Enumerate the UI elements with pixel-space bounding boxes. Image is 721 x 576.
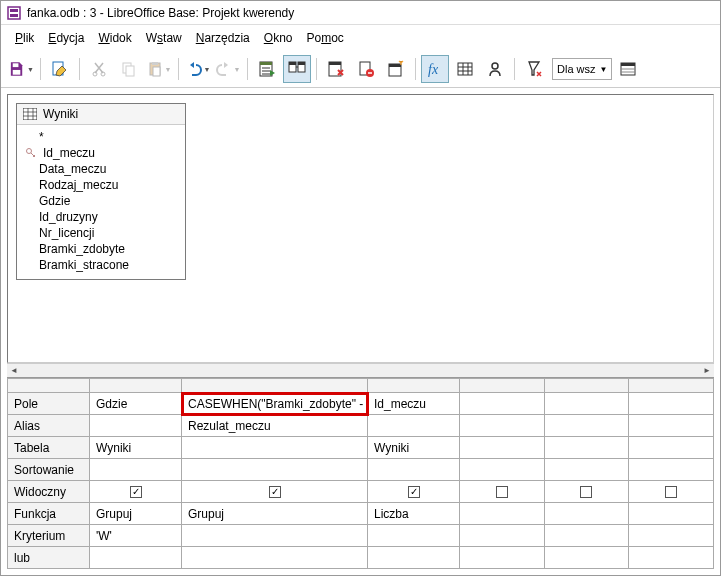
cell-widoczny-5[interactable]: [629, 481, 714, 503]
cell-alias-5[interactable]: [629, 415, 714, 437]
cell-pole-0[interactable]: Gdzie: [90, 393, 182, 415]
row-header-widoczny[interactable]: Widoczny: [8, 481, 90, 503]
cell-pole-4[interactable]: [544, 393, 629, 415]
design-area[interactable]: Wyniki *Id_meczuData_meczuRodzaj_meczuGd…: [7, 94, 714, 363]
cell-sortowanie-5[interactable]: [629, 459, 714, 481]
menu-narzedzia[interactable]: Narzędzia: [190, 29, 256, 47]
cell-kryterium-2[interactable]: [368, 525, 460, 547]
functions-button[interactable]: fx: [421, 55, 449, 83]
field-*[interactable]: *: [19, 129, 183, 145]
cell-lub-3[interactable]: [460, 547, 545, 569]
row-header-sortowanie[interactable]: Sortowanie: [8, 459, 90, 481]
hscrollbar[interactable]: ◄ ►: [7, 363, 714, 377]
cell-funkcja-1[interactable]: Grupuj: [182, 503, 368, 525]
field-id_druzyny[interactable]: Id_druzyny: [19, 209, 183, 225]
cell-alias-0[interactable]: [90, 415, 182, 437]
edit-mode-button[interactable]: [46, 55, 74, 83]
limit-dropdown[interactable]: Dla wsz▼: [552, 58, 612, 80]
cell-widoczny-0[interactable]: ✓: [90, 481, 182, 503]
cell-sortowanie-0[interactable]: [90, 459, 182, 481]
clear-query-button[interactable]: [322, 55, 350, 83]
cell-sortowanie-3[interactable]: [460, 459, 545, 481]
cell-kryterium-3[interactable]: [460, 525, 545, 547]
menu-pomoc[interactable]: Pomoc: [300, 29, 349, 47]
cell-alias-4[interactable]: [544, 415, 629, 437]
field-bramki_stracone[interactable]: Bramki_stracone: [19, 257, 183, 273]
cell-lub-1[interactable]: [182, 547, 368, 569]
cell-alias-2[interactable]: [368, 415, 460, 437]
field-rodzaj_meczu[interactable]: Rodzaj_meczu: [19, 177, 183, 193]
cell-tabela-2[interactable]: Wyniki: [368, 437, 460, 459]
visible-checkbox[interactable]: ✓: [408, 486, 420, 498]
cell-lub-5[interactable]: [629, 547, 714, 569]
undo-button[interactable]: ▼: [184, 55, 212, 83]
delete-query-button[interactable]: [352, 55, 380, 83]
field-data_meczu[interactable]: Data_meczu: [19, 161, 183, 177]
cell-kryterium-0[interactable]: 'W': [90, 525, 182, 547]
cell-widoczny-4[interactable]: [544, 481, 629, 503]
alias-button[interactable]: [481, 55, 509, 83]
visible-checkbox[interactable]: ✓: [269, 486, 281, 498]
cell-funkcja-0[interactable]: Grupuj: [90, 503, 182, 525]
cell-funkcja-2[interactable]: Liczba: [368, 503, 460, 525]
cell-funkcja-5[interactable]: [629, 503, 714, 525]
scroll-right-icon[interactable]: ►: [700, 365, 714, 377]
cell-widoczny-1[interactable]: ✓: [182, 481, 368, 503]
add-table-button[interactable]: [382, 55, 410, 83]
design-view-button[interactable]: [283, 55, 311, 83]
cell-kryterium-1[interactable]: [182, 525, 368, 547]
cell-pole-3[interactable]: [460, 393, 545, 415]
cell-lub-4[interactable]: [544, 547, 629, 569]
menu-plik[interactable]: Plik: [9, 29, 40, 47]
redo-button[interactable]: ▼: [214, 55, 242, 83]
run-query-button[interactable]: [253, 55, 281, 83]
visible-checkbox[interactable]: [496, 486, 508, 498]
row-header-pole[interactable]: Pole: [8, 393, 90, 415]
scroll-left-icon[interactable]: ◄: [7, 365, 21, 377]
cell-pole-1[interactable]: CASEWHEN("Bramki_zdobyte" -: [182, 393, 368, 415]
menu-wstaw[interactable]: Wstaw: [140, 29, 188, 47]
row-header-lub[interactable]: lub: [8, 547, 90, 569]
cell-lub-0[interactable]: [90, 547, 182, 569]
visible-checkbox[interactable]: [580, 486, 592, 498]
menu-okno[interactable]: Okno: [258, 29, 299, 47]
cell-tabela-4[interactable]: [544, 437, 629, 459]
cut-button[interactable]: [85, 55, 113, 83]
cell-tabela-3[interactable]: [460, 437, 545, 459]
copy-button[interactable]: [115, 55, 143, 83]
visible-checkbox[interactable]: ✓: [130, 486, 142, 498]
cell-pole-2[interactable]: Id_meczu: [368, 393, 460, 415]
field-gdzie[interactable]: Gdzie: [19, 193, 183, 209]
field-nr_licencji[interactable]: Nr_licencji: [19, 225, 183, 241]
cell-sortowanie-2[interactable]: [368, 459, 460, 481]
field-id_meczu[interactable]: Id_meczu: [19, 145, 183, 161]
field-bramki_zdobyte[interactable]: Bramki_zdobyte: [19, 241, 183, 257]
query-grid[interactable]: PoleGdzieCASEWHEN("Bramki_zdobyte" -Id_m…: [7, 378, 714, 569]
cell-kryterium-4[interactable]: [544, 525, 629, 547]
cell-alias-3[interactable]: [460, 415, 545, 437]
cell-tabela-1[interactable]: [182, 437, 368, 459]
row-header-alias[interactable]: Alias: [8, 415, 90, 437]
visible-checkbox[interactable]: [665, 486, 677, 498]
cell-sortowanie-4[interactable]: [544, 459, 629, 481]
cell-kryterium-5[interactable]: [629, 525, 714, 547]
paste-button[interactable]: ▼: [145, 55, 173, 83]
row-header-funkcja[interactable]: Funkcja: [8, 503, 90, 525]
cell-pole-5[interactable]: [629, 393, 714, 415]
table-panel-title[interactable]: Wyniki: [17, 104, 185, 125]
cell-funkcja-3[interactable]: [460, 503, 545, 525]
table-name-button[interactable]: [451, 55, 479, 83]
cell-tabela-5[interactable]: [629, 437, 714, 459]
table-panel-wyniki[interactable]: Wyniki *Id_meczuData_meczuRodzaj_meczuGd…: [16, 103, 186, 280]
menu-widok[interactable]: Widok: [92, 29, 137, 47]
cell-lub-2[interactable]: [368, 547, 460, 569]
cell-funkcja-4[interactable]: [544, 503, 629, 525]
cell-tabela-0[interactable]: Wyniki: [90, 437, 182, 459]
cell-alias-1[interactable]: Rezulat_meczu: [182, 415, 368, 437]
distinct-button[interactable]: [520, 55, 548, 83]
row-header-tabela[interactable]: Tabela: [8, 437, 90, 459]
cell-widoczny-3[interactable]: [460, 481, 545, 503]
cell-sortowanie-1[interactable]: [182, 459, 368, 481]
properties-button[interactable]: [614, 55, 642, 83]
save-button[interactable]: ▼: [7, 55, 35, 83]
